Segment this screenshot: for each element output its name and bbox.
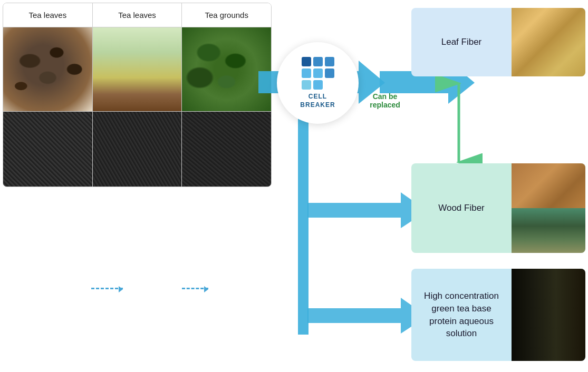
leaf-fiber-label: Leaf Fiber <box>441 36 482 48</box>
logo-square-2 <box>313 57 323 66</box>
logo-square-4 <box>302 68 311 78</box>
sawdust-image <box>512 8 585 76</box>
protein-text-area: High concentration green tea base protei… <box>411 269 512 361</box>
protein-label: High concentration green tea base protei… <box>424 290 499 340</box>
forest-image <box>512 208 585 253</box>
woodchips-image <box>512 163 585 208</box>
can-be-replaced-text: Can be replaced <box>361 92 409 109</box>
tea-leaves-dry-image <box>3 27 93 111</box>
dashed-arrow-1 <box>91 288 123 294</box>
microscopy-image-2 <box>93 111 182 187</box>
wood-fiber-image-area <box>512 163 585 253</box>
svg-marker-6 <box>298 103 309 335</box>
leaf-fiber-box: Leaf Fiber <box>411 8 585 76</box>
bottle-image <box>512 269 585 361</box>
leaf-fiber-image <box>512 8 585 76</box>
cellbreaker-logo-grid <box>302 57 334 90</box>
input-label-1: Tea leaves <box>3 3 93 27</box>
protein-image-area <box>512 269 585 361</box>
cellbreaker-text: CELLBREAKER <box>300 93 335 109</box>
svg-marker-7 <box>307 192 427 228</box>
wood-fiber-label: Wood Fiber <box>438 202 485 214</box>
logo-square-1 <box>302 57 311 66</box>
input-label-2: Tea leaves <box>93 3 182 27</box>
cellbreaker-logo: CELLBREAKER <box>277 42 359 124</box>
input-panel: Tea leaves Tea leaves Tea grounds <box>3 3 272 187</box>
input-label-3: Tea grounds <box>182 3 271 27</box>
logo-square-3 <box>325 57 334 66</box>
wood-fiber-text-area: Wood Fiber <box>411 163 512 253</box>
svg-marker-8 <box>307 298 427 334</box>
input-top-images <box>3 27 271 111</box>
logo-square-7 <box>302 80 311 90</box>
dashed-arrow-2 <box>182 288 208 294</box>
leaf-fiber-text-area: Leaf Fiber <box>411 8 512 76</box>
microscopy-image-1 <box>3 111 93 187</box>
microscopy-image-3 <box>182 111 271 187</box>
logo-square-5 <box>313 68 323 78</box>
protein-solution-box: High concentration green tea base protei… <box>411 269 585 361</box>
logo-square-8 <box>313 80 323 90</box>
input-labels-row: Tea leaves Tea leaves Tea grounds <box>3 3 271 27</box>
tea-grounds-image <box>182 27 271 111</box>
logo-square-6 <box>325 68 334 78</box>
wood-fiber-box: Wood Fiber <box>411 163 585 253</box>
input-bottom-images <box>3 111 271 187</box>
tea-cup-image <box>93 27 182 111</box>
diagram-container: Tea leaves Tea leaves Tea grounds <box>0 0 588 372</box>
